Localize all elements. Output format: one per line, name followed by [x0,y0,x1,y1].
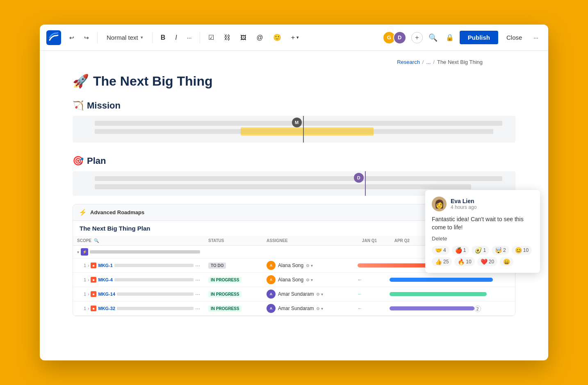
reaction-9[interactable]: 😄 [500,257,513,266]
expand-icon-1[interactable]: › [88,263,89,268]
issue-name-mkg32 [117,307,194,310]
roadmaps-icon: ⚡ [79,208,87,216]
svg-rect-0 [46,30,61,45]
reaction-3[interactable]: 🥑 1 [472,246,489,255]
page-title: 🚀 The Next Big Thing [73,73,515,89]
assignee-name-mkg1: Alana Song [278,263,303,268]
reaction-6[interactable]: 👍 25 [432,257,452,266]
assignee-name-mkg4: Alana Song [278,277,303,283]
table-row: 1 › ■ MKG-14 ··· IN PROGRESS [73,287,515,301]
comment-header: 👩 Eva Lien 4 hours ago [432,197,533,211]
scope-header: SCOPE 🔍 [73,236,204,246]
issue-id-mkg32[interactable]: MKG-32 [98,306,115,311]
reaction-count-8: 20 [489,259,494,265]
reaction-count-1: 4 [443,247,446,253]
reaction-count-3: 1 [483,247,486,253]
reaction-7[interactable]: 🔥 10 [454,257,474,266]
page-title-text[interactable]: The Next Big Thing [93,74,213,89]
confluence-logo[interactable] [46,30,61,45]
scope-cell-mkg1: 1 › ■ MKG-1 ··· [73,258,204,273]
rocket-emoji: 🚀 [73,73,89,89]
issue-id-mkg14[interactable]: MKG-14 [98,292,115,297]
task-button[interactable]: ☑ [205,31,217,44]
mission-cursor-line [303,116,304,143]
plan-cursor-line [365,171,366,196]
breadcrumb-ellipsis[interactable]: ... [426,59,431,65]
reaction-count-7: 10 [466,259,471,265]
assignee-options-mkg32[interactable]: ⚙ ▾ [316,306,323,311]
mission-highlight [241,127,374,136]
reaction-1[interactable]: 🤝 4 [432,246,449,255]
more-options-mkg4[interactable]: ··· [195,276,200,283]
more-options-button[interactable]: ··· [530,32,542,43]
undo-icon: ↩ [69,34,74,41]
expand-icon-4[interactable]: › [88,306,89,311]
reaction-5[interactable]: 😊 10 [512,246,532,255]
breadcrumb-sep2: / [433,59,435,65]
link-button[interactable]: ⛓ [221,32,234,44]
more-options-mkg32[interactable]: ··· [195,305,200,312]
search-button[interactable]: 🔍 [426,31,440,45]
reaction-2[interactable]: 🍎 1 [452,246,469,255]
status-badge-mkg14: IN PROGRESS [208,291,242,297]
comment-popup: 👩 Eva Lien 4 hours ago Fantastic idea! C… [425,190,540,273]
row-num-3: 1 [84,292,86,297]
assignee-options-mkg14[interactable]: ⚙ ▾ [316,292,323,297]
reaction-4[interactable]: 🤯 2 [492,246,509,255]
row-num-1: 1 [84,263,86,268]
text-style-dropdown[interactable]: Normal text ▾ [103,32,147,43]
reaction-emoji-9: 😄 [503,258,510,265]
issue-id-mkg4[interactable]: MKG-4 [98,277,112,282]
collapse-icon[interactable]: ▾ [77,250,79,254]
status-mkg1: TO DO [204,258,262,273]
insert-button[interactable]: + ▾ [288,32,302,44]
comment-author-name: Eva Lien [451,198,476,204]
comment-delete-button[interactable]: Delete [432,236,533,242]
issue-id-mkg1[interactable]: MKG-1 [98,263,112,268]
italic-button[interactable]: I [172,32,180,44]
close-button[interactable]: Close [501,31,527,44]
content-area: Research / ... / The Next Big Thing 🚀 Th… [40,51,548,346]
assignee-options-mkg4[interactable]: ⚙ ▾ [306,278,313,282]
row-num-4: 1 [84,306,86,311]
redo-button[interactable]: ↪ [81,32,92,43]
bold-button[interactable]: B [157,32,169,44]
breadcrumb: Research / ... / The Next Big Thing [73,59,515,65]
assignee-mkg14: A Amar Sundaram ⚙ ▾ [262,287,353,301]
more-options-mkg14[interactable]: ··· [195,291,200,297]
scope-cell-mkg32: 1 › ■ MKG-32 ··· [73,301,204,316]
undo-button[interactable]: ↩ [66,32,77,43]
assignee-avatar-mkg4: A [267,275,276,284]
reaction-emoji-6: 👍 [435,258,442,265]
more-options-mkg1[interactable]: ··· [195,262,200,269]
search-scope-icon[interactable]: 🔍 [94,238,99,243]
gantt-bar-mkg4 [390,278,492,282]
emoji-icon: 🙂 [273,34,281,41]
reaction-8[interactable]: ❤️ 20 [477,257,497,266]
reaction-emoji-3: 🥑 [475,247,482,254]
assignee-options-mkg1[interactable]: ⚙ ▾ [306,263,313,268]
expand-icon-2[interactable]: › [88,278,89,282]
emoji-button[interactable]: 🙂 [270,31,285,44]
more-formatting-button[interactable]: ··· [184,32,195,43]
expand-icon-3[interactable]: › [88,292,89,297]
status-mkg32: IN PROGRESS [204,301,262,316]
image-button[interactable]: 🖼 [237,32,250,43]
avatar-d: D [393,31,406,44]
reaction-emoji-5: 😊 [515,247,522,254]
issue-icon-mkg32: ■ [91,306,96,311]
toolbar-right: G D + 🔍 🔒 Publish Close ··· [383,31,542,45]
plan-cursor-avatar: D [354,173,364,183]
parent-name-bar [90,250,200,254]
gantt-arrow-mkg14: ← [353,287,386,301]
lock-button[interactable]: 🔒 [443,31,456,44]
plan-bar-1 [95,176,502,181]
breadcrumb-research[interactable]: Research [397,59,420,65]
insert-arrow-icon: ▾ [296,35,299,40]
publish-button[interactable]: Publish [460,31,498,44]
parent-icon: ⚡ [81,248,88,256]
mention-button[interactable]: @ [253,32,266,44]
reaction-count-5: 10 [523,247,529,253]
mission-title: 🏹 Mission [73,100,515,111]
add-collaborator-button[interactable]: + [411,32,423,43]
